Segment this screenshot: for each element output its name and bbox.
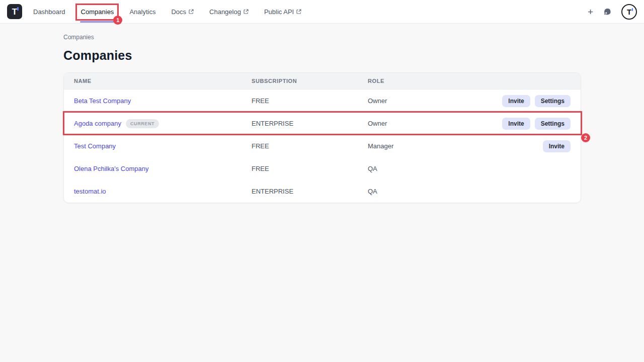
support-chat-icon[interactable] [603, 7, 612, 16]
invite-button[interactable]: Invite [543, 140, 571, 152]
table-row: Beta Test Company FREE Owner Invite Sett… [64, 89, 581, 112]
nav-item-label: Changelog [209, 8, 241, 16]
page-title: Companies [63, 48, 581, 63]
annotation-step-badge-2: 2 [581, 133, 590, 142]
topbar-right-actions: + T [588, 4, 637, 20]
breadcrumb[interactable]: Companies [63, 34, 581, 41]
role-cell: Owner [368, 97, 502, 105]
role-cell: QA [368, 165, 571, 172]
nav-item-label: Dashboard [33, 8, 65, 16]
external-link-icon [296, 9, 301, 14]
user-avatar[interactable]: T [621, 4, 637, 20]
company-link[interactable]: testomat.io [74, 188, 106, 195]
nav-item-companies[interactable]: Companies 1 [81, 8, 114, 16]
subscription-cell: FREE [252, 142, 368, 150]
company-link[interactable]: Test Company [74, 142, 116, 150]
avatar-letter: T [627, 8, 631, 16]
main-nav: Dashboard Companies 1 Analytics Docs Cha… [33, 8, 301, 16]
app-logo-letter: T [12, 8, 17, 16]
current-company-badge: CURRENT [126, 119, 159, 128]
nav-item-dashboard[interactable]: Dashboard [33, 8, 65, 16]
company-link[interactable]: Agoda company [74, 120, 121, 127]
nav-item-public-api[interactable]: Public API [264, 8, 301, 16]
invite-button[interactable]: Invite [502, 118, 530, 130]
table-row-current: Agoda company CURRENT ENTERPRISE Owner I… [64, 112, 581, 135]
nav-item-analytics[interactable]: Analytics [129, 8, 155, 16]
column-header-name: NAME [74, 78, 252, 84]
nav-item-label: Public API [264, 8, 294, 16]
subscription-cell: ENTERPRISE [252, 120, 368, 127]
settings-button[interactable]: Settings [535, 95, 571, 107]
nav-item-label: Analytics [129, 8, 155, 16]
top-navigation-bar: T Dashboard Companies 1 Analytics Docs [0, 0, 644, 24]
table-row: Test Company FREE Manager Invite [64, 135, 581, 157]
annotation-step-badge-1: 1 [113, 16, 122, 25]
avatar-logo-accent [632, 8, 633, 11]
subscription-cell: FREE [252, 97, 368, 105]
column-header-role: ROLE [368, 78, 571, 84]
table-row: Olena Pchilka's Company FREE QA [64, 157, 581, 180]
company-link[interactable]: Olena Pchilka's Company [74, 165, 148, 172]
add-icon[interactable]: + [588, 7, 593, 17]
subscription-cell: ENTERPRISE [252, 188, 368, 195]
app-logo-accent [17, 7, 19, 11]
role-cell: Manager [368, 142, 543, 150]
table-header-row: NAME SUBSCRIPTION ROLE [64, 73, 581, 89]
role-cell: Owner [368, 120, 502, 127]
table-row: testomat.io ENTERPRISE QA [64, 180, 581, 203]
nav-item-label: Companies [81, 8, 114, 16]
column-header-subscription: SUBSCRIPTION [252, 78, 368, 84]
nav-item-docs[interactable]: Docs [171, 8, 194, 16]
invite-button[interactable]: Invite [502, 95, 530, 107]
companies-table: NAME SUBSCRIPTION ROLE Beta Test Company… [63, 72, 581, 203]
nav-item-changelog[interactable]: Changelog [209, 8, 249, 16]
nav-item-label: Docs [171, 8, 186, 16]
active-tab-underline [80, 21, 115, 23]
external-link-icon [244, 9, 249, 14]
external-link-icon [189, 9, 194, 14]
company-link[interactable]: Beta Test Company [74, 97, 131, 105]
subscription-cell: FREE [252, 165, 368, 172]
role-cell: QA [368, 188, 571, 195]
main-content: Companies Companies NAME SUBSCRIPTION RO… [0, 24, 644, 203]
settings-button[interactable]: Settings [535, 118, 571, 130]
app-logo[interactable]: T [7, 4, 22, 19]
